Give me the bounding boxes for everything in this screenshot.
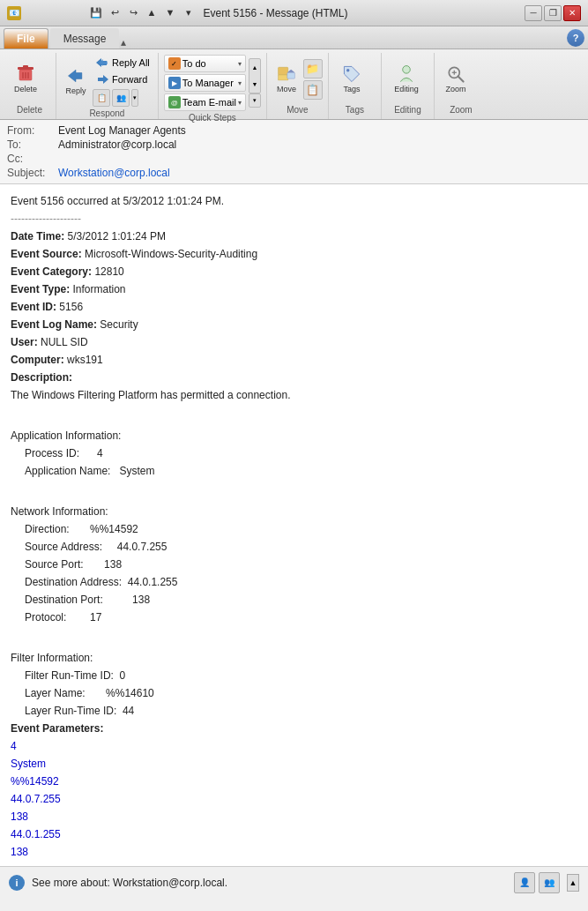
computer-label: Computer:: [11, 354, 64, 366]
from-label: From:: [7, 124, 58, 137]
move-group-label: Move: [272, 103, 323, 117]
todo-label: To do: [182, 58, 236, 69]
move-button[interactable]: Move: [272, 62, 301, 96]
status-scroll-btn[interactable]: ▲: [567, 874, 579, 892]
move-group-content: Move 📁 📋: [272, 55, 323, 103]
param1: 4: [11, 738, 577, 754]
title-bar: 📧 💾 ↩ ↪ ▲ ▼ ▾ Event 5156 - Message (HTML…: [0, 0, 588, 26]
reply-all-button[interactable]: Reply All: [93, 55, 153, 71]
todo-button[interactable]: ✓ To do ▾: [164, 55, 246, 72]
intro-text: Event 5156 occurred at 5/3/2012 1:01:24 …: [11, 193, 577, 209]
reply-icon: [65, 65, 86, 86]
zoom-group-label: Zoom: [440, 103, 482, 117]
datetime-label: Date Time:: [11, 230, 64, 243]
zoom-button[interactable]: Zoom: [440, 62, 472, 96]
to-manager-button[interactable]: ▶ To Manager ▾: [164, 74, 246, 92]
svg-marker-11: [278, 75, 287, 80]
ribbon-group-zoom: Zoom Zoom: [435, 53, 488, 119]
zoom-label: Zoom: [445, 85, 465, 94]
todo-dropdown-icon: ▾: [238, 60, 242, 68]
dest-port-label: Destination Port:: [25, 594, 103, 606]
more-icon[interactable]: ▾: [181, 4, 197, 20]
respond-extra-icon1[interactable]: 📋: [93, 89, 110, 107]
respond-group-label: Respond: [62, 107, 153, 121]
editing-icon: [396, 63, 417, 85]
team-email-button[interactable]: @ Team E-mail ▾: [164, 93, 246, 111]
redo-icon[interactable]: ↪: [125, 4, 141, 20]
email-body-container: Event 5156 occurred at 5/3/2012 1:01:24 …: [0, 184, 588, 866]
avatar-1[interactable]: 👤: [514, 872, 535, 893]
help-button[interactable]: ?: [567, 29, 584, 47]
forward-button[interactable]: Forward: [93, 71, 153, 87]
down-icon[interactable]: ▼: [162, 4, 178, 20]
quicksteps-more[interactable]: ▾: [249, 93, 261, 108]
minimize-button[interactable]: ─: [525, 5, 542, 21]
logname-line: Event Log Name: Security: [11, 317, 577, 332]
svg-rect-5: [23, 65, 28, 68]
undo-icon[interactable]: ↩: [107, 4, 123, 20]
param3: %%14592: [11, 773, 577, 789]
ribbon-group-delete: Delete Delete: [4, 53, 56, 119]
close-button[interactable]: ✕: [563, 5, 581, 21]
param5: 138: [11, 809, 577, 825]
tags-group-content: Tags: [334, 55, 376, 103]
save-icon[interactable]: 💾: [88, 4, 104, 20]
svg-rect-12: [287, 72, 295, 78]
datetime-value: 5/3/2012 1:01:24 PM: [67, 230, 165, 243]
network-info-header: Network Information:: [11, 504, 577, 519]
move-icon: [276, 63, 297, 85]
editing-button[interactable]: Editing: [387, 62, 426, 96]
app-name-value: System: [119, 465, 154, 477]
user-label: User:: [11, 336, 38, 348]
dest-addr-label: Destination Address:: [25, 576, 122, 588]
zoom-group-content: Zoom: [440, 55, 482, 103]
id-line: Event ID: 5156: [11, 299, 577, 315]
type-label: Event Type:: [11, 283, 70, 295]
delete-button[interactable]: Delete: [9, 62, 42, 96]
svg-point-14: [403, 66, 411, 74]
respond-extra-icon2[interactable]: 👥: [112, 89, 130, 107]
move-extra1[interactable]: 📁: [303, 59, 323, 78]
respond-dropdown-arrow[interactable]: ▾: [131, 89, 138, 107]
status-bar: i See more about: Workstation@corp.local…: [0, 866, 588, 898]
tab-message[interactable]: Message: [50, 28, 120, 49]
source-label: Event Source:: [11, 248, 82, 260]
move-extra2[interactable]: 📋: [303, 80, 323, 100]
move-extras: 📁 📋: [303, 59, 323, 100]
source-port-label: Source Port:: [25, 558, 84, 571]
description-label-line: Description:: [11, 370, 577, 385]
param6: 44.0.1.255: [11, 826, 577, 842]
zoom-icon: [445, 63, 466, 85]
quicksteps-content: ✓ To do ▾ ▶ To Manager ▾ @ Team E-mail ▾…: [164, 55, 261, 111]
reply-label: Reply: [65, 86, 86, 96]
filter-runtime-id-line: Filter Run-Time ID: 0: [25, 668, 577, 683]
filter-runtime-id-value: 0: [120, 669, 126, 682]
process-id-label: Process ID:: [25, 447, 79, 459]
description-text: The Windows Filtering Platform has permi…: [11, 387, 577, 403]
manager-icon: ▶: [168, 77, 181, 89]
avatar-2[interactable]: 👥: [539, 872, 560, 893]
quicksteps-scroll[interactable]: ▲ ▼: [249, 58, 261, 93]
quick-access-toolbar: 💾 ↩ ↪ ▲ ▼ ▾: [88, 4, 197, 20]
up-icon[interactable]: ▲: [144, 4, 160, 20]
tags-label: Tags: [343, 85, 360, 94]
subject-label: Subject:: [7, 167, 58, 179]
status-avatars: 👤 👥: [514, 872, 560, 893]
team-dropdown-icon: ▾: [238, 99, 242, 107]
manager-dropdown-icon: ▾: [238, 79, 242, 87]
source-addr-value: 44.0.7.255: [117, 541, 167, 553]
filter-runtime-id-label: Filter Run-Time ID:: [25, 669, 114, 682]
maximize-button[interactable]: ❐: [544, 5, 562, 21]
tab-file[interactable]: File: [4, 28, 48, 49]
collapse-ribbon-icon[interactable]: ▴: [121, 36, 126, 49]
logname-label: Event Log Name:: [11, 318, 97, 331]
reply-button[interactable]: Reply: [62, 63, 90, 98]
svg-point-13: [346, 69, 349, 71]
computer-value: wks191: [67, 354, 103, 366]
dest-port-line: Destination Port: 138: [25, 592, 577, 608]
type-line: Event Type: Information: [11, 281, 577, 297]
tags-button[interactable]: Tags: [334, 62, 369, 96]
process-id-line: Process ID: 4: [25, 445, 577, 461]
source-addr-label: Source Address:: [25, 541, 102, 553]
layer-name-value: %%14610: [106, 687, 154, 699]
